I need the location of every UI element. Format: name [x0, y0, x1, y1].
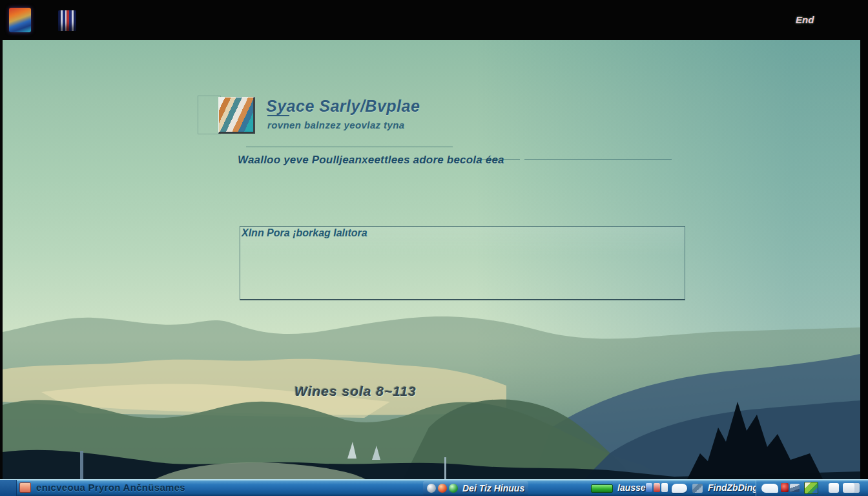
search-label[interactable]: FindZbDinge: [708, 482, 763, 493]
green-orb-icon: [449, 484, 458, 493]
status-green-indicator[interactable]: [591, 484, 613, 493]
start-cap[interactable]: [0, 480, 17, 496]
chat-bubble-icon[interactable]: [672, 484, 687, 493]
colorful-logo-icon[interactable]: [9, 8, 31, 32]
window-button-label: Dei Tiz Hinuus: [462, 483, 524, 493]
system-tray: [756, 480, 868, 496]
red-glyph-icon: [654, 483, 660, 492]
start-app-icon[interactable]: [19, 482, 31, 493]
version-watermark: Wines sola 8~113: [294, 384, 417, 399]
right-bezel: [860, 40, 868, 479]
ghost-outline-box: [198, 96, 221, 134]
taskbar: enıcveoua Pryron Ančnüsames Dei Tiz Hinu…: [0, 479, 868, 496]
status-label[interactable]: Iausse: [617, 482, 646, 493]
taskbar-start-label[interactable]: enıcveoua Pryron Ančnüsames: [36, 482, 185, 493]
title-underline: [267, 115, 289, 116]
wizard-title: Syace Sarly/Bvplae: [266, 97, 420, 116]
setup-picture-icon: [218, 97, 255, 134]
tray-alert-icon[interactable]: [781, 483, 789, 492]
wizard-subtitle: rovnen balnzez yeovlaz tyna: [267, 119, 405, 130]
tray-clock-icon[interactable]: [843, 483, 860, 493]
desktop-icon-strip: End: [0, 0, 868, 40]
tray-messenger-icon[interactable]: [804, 482, 818, 494]
group-box-label: Xlnn Pora ¡borkag Ialıtora: [242, 227, 367, 239]
blue-bars-icon[interactable]: [58, 10, 76, 31]
app-thumbnail-icon[interactable]: [692, 484, 703, 493]
tray-volume-icon[interactable]: [829, 483, 839, 493]
divider-segment-2: [524, 159, 672, 160]
tray-message-icon[interactable]: [761, 484, 778, 493]
white-glyph-icon: [661, 483, 668, 492]
mini-app-glyphs[interactable]: [646, 483, 668, 492]
welcome-wizard-surface: Syace Sarly/Bvplae rovnen balnzez yeovla…: [3, 40, 860, 479]
divider-segment-1: [477, 159, 520, 160]
blue-glyph-icon: [646, 483, 652, 492]
gray-orb-icon: [427, 484, 436, 493]
desktop-screen: End Sy: [0, 0, 868, 496]
desktop-corner-label: End: [796, 14, 814, 25]
taskbar-window-button[interactable]: Dei Tiz Hinuus: [423, 481, 528, 495]
welcome-text: Waalloo yeve Poulljeanxeettlees adore be…: [238, 154, 504, 167]
header-divider: [246, 147, 453, 147]
tray-network-icon[interactable]: [790, 484, 800, 492]
red-orb-icon: [438, 484, 447, 493]
